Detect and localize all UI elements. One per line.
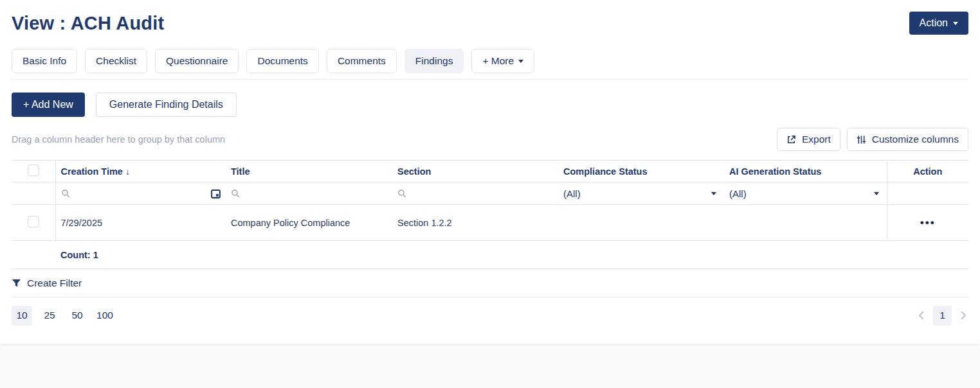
selected-filter-value: (All) (563, 188, 581, 199)
cell-section: Section 1.2.2 (392, 205, 558, 241)
tab-label: + More (482, 55, 514, 67)
column-header-label: AI Generation Status (729, 166, 821, 177)
pagination: 10 25 50 100 1 (12, 297, 968, 333)
selected-filter-value: (All) (729, 188, 747, 199)
caret-down-icon (518, 60, 523, 63)
cell-ai-generation-status (724, 205, 887, 241)
create-filter-row: Create Filter (12, 269, 968, 297)
customize-columns-button[interactable]: Customize columns (847, 128, 968, 151)
action-button[interactable]: Action (909, 12, 968, 35)
grid-filter-row: (All) (All) (12, 182, 968, 205)
tab-findings[interactable]: Findings (404, 49, 464, 73)
search-icon (61, 189, 70, 198)
sliders-icon (857, 135, 866, 145)
chevron-left-icon (916, 310, 927, 321)
page-header: View : ACH Audit Action (12, 12, 968, 35)
page-size-100[interactable]: 100 (95, 306, 115, 326)
column-header-label: Section (397, 166, 431, 177)
row-checkbox[interactable] (28, 216, 39, 227)
page-title: View : ACH Audit (12, 13, 164, 34)
filter-icon (12, 278, 21, 288)
grid-toolbar: Drag a column header here to group by th… (12, 128, 968, 151)
tab-checklist[interactable]: Checklist (85, 49, 147, 73)
page-size-25[interactable]: 25 (39, 306, 60, 326)
table-row[interactable]: 7/29/2025 Company Policy Compliance Sect… (12, 205, 968, 241)
search-icon (231, 189, 240, 198)
action-button-label: Action (920, 17, 948, 29)
tab-documents[interactable]: Documents (246, 49, 318, 73)
page-navigation: 1 (916, 306, 968, 326)
findings-page: View : ACH Audit Action Basic Info Check… (0, 0, 980, 344)
caret-down-icon (953, 22, 958, 25)
generate-finding-details-button[interactable]: Generate Finding Details (96, 93, 237, 117)
column-header-creation-time[interactable]: Creation Time↓ (55, 161, 226, 182)
findings-grid: Creation Time↓ Title Section Compliance … (12, 160, 968, 269)
grid-header-row: Creation Time↓ Title Section Compliance … (12, 161, 968, 182)
column-header-label: Action (913, 166, 942, 177)
sort-descending-icon: ↓ (125, 166, 130, 177)
ai-generation-status-filter-select[interactable]: (All) (729, 188, 882, 199)
section-filter-input[interactable] (411, 188, 553, 198)
tab-questionnaire[interactable]: Questionnaire (155, 49, 239, 73)
page-actions: + Add New Generate Finding Details (12, 93, 968, 117)
column-header-action: Action (887, 161, 968, 182)
cell-compliance-status (558, 205, 724, 241)
column-header-label: Title (231, 166, 250, 177)
previous-page-button[interactable] (916, 310, 927, 321)
tab-label: Basic Info (23, 55, 66, 67)
export-button[interactable]: Export (777, 128, 840, 151)
count-summary: Count: 1 (55, 241, 226, 269)
column-header-compliance-status[interactable]: Compliance Status (558, 161, 724, 182)
current-page-indicator[interactable]: 1 (933, 306, 952, 326)
cell-title: Company Policy Compliance (226, 205, 392, 241)
search-icon (397, 189, 406, 198)
chevron-right-icon (958, 310, 968, 321)
column-header-ai-generation-status[interactable]: AI Generation Status (724, 161, 887, 182)
customize-columns-label: Customize columns (872, 134, 959, 145)
page-size-10[interactable]: 10 (12, 306, 32, 326)
grid-summary-row: Count: 1 (12, 241, 968, 269)
tab-label: Comments (338, 55, 386, 67)
create-filter-button[interactable]: Create Filter (27, 278, 82, 289)
next-page-button[interactable] (958, 310, 968, 321)
tab-bar: Basic Info Checklist Questionnaire Docum… (12, 49, 968, 80)
tab-label: Questionnaire (166, 55, 228, 67)
title-filter-input[interactable] (244, 188, 387, 198)
column-header-label: Compliance Status (563, 166, 648, 177)
tab-more[interactable]: + More (471, 49, 534, 73)
creation-time-filter-input[interactable] (75, 188, 199, 198)
row-actions-menu-button[interactable]: ••• (920, 216, 936, 229)
add-new-button[interactable]: + Add New (12, 93, 85, 117)
compliance-status-filter-select[interactable]: (All) (563, 188, 719, 199)
page-size-50[interactable]: 50 (67, 306, 87, 326)
column-header-title[interactable]: Title (226, 161, 392, 182)
tab-label: Findings (415, 55, 453, 67)
select-all-checkbox[interactable] (28, 164, 39, 176)
grid-toolbar-buttons: Export Customize columns (777, 128, 968, 151)
group-panel-hint: Drag a column header here to group by th… (12, 134, 225, 145)
tab-comments[interactable]: Comments (327, 49, 397, 73)
page-size-selector: 10 25 50 100 (12, 306, 115, 326)
calendar-icon[interactable] (211, 189, 221, 198)
export-icon (786, 135, 796, 145)
cell-creation-time: 7/29/2025 (55, 205, 226, 241)
export-label: Export (802, 134, 831, 145)
caret-down-icon (874, 192, 879, 195)
tab-label: Documents (257, 55, 307, 67)
tab-label: Checklist (96, 55, 136, 67)
column-header-section[interactable]: Section (392, 161, 558, 182)
column-header-label: Creation Time (61, 166, 123, 177)
tab-basic-info[interactable]: Basic Info (12, 49, 77, 73)
caret-down-icon (711, 192, 716, 195)
